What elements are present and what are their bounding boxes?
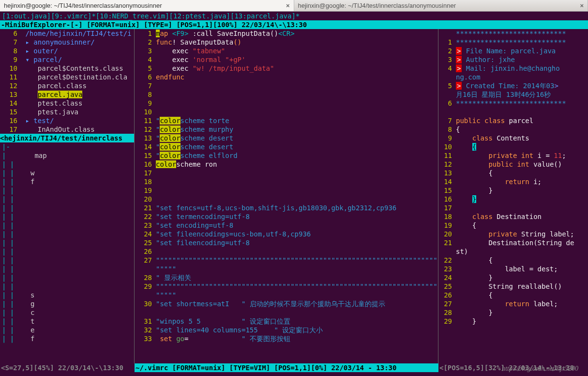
code-line[interactable]: 9 class Contents (438, 134, 588, 142)
code-line[interactable]: 月16日 星期日 13时46分16秒 (438, 90, 588, 99)
code-line[interactable]: 30"set shortmess=atI " 启动的时候不显示那个援助乌干达儿童… (135, 299, 438, 308)
code-line[interactable]: 3> Author: jxhe (438, 55, 588, 64)
code-line[interactable]: 28" 显示相关 (135, 273, 438, 282)
code-line[interactable]: 22"set termencoding=utf-8 (135, 212, 438, 221)
code-line[interactable]: 7public class parcel (438, 116, 588, 125)
taglist-item[interactable]: | | (0, 238, 134, 247)
minibuf-explorer-line[interactable]: [1:out.java][9:.vimrc]*[10:NERD_tree.vim… (0, 12, 588, 20)
taglist-item[interactable]: | | (0, 204, 134, 212)
code-line[interactable]: 8{ (438, 125, 588, 134)
code-line[interactable]: 20 private String label; (438, 230, 588, 238)
code-line[interactable]: 14"colorscheme desert (135, 142, 438, 151)
code-line[interactable]: 21 Destination(String de (438, 238, 588, 247)
code-line[interactable]: 31"winpos 5 5 " 设定窗口位置 (135, 317, 438, 326)
code-line[interactable]: 22 { (438, 256, 588, 265)
code-line[interactable]: 18 (135, 177, 438, 186)
nerdtree-pane[interactable]: 6 /home/hejinxin/TIJ4/test/i7 ▸ anonymou… (0, 29, 134, 134)
code-line[interactable]: 9 (135, 99, 438, 108)
taglist-item[interactable]: | | (0, 282, 134, 291)
tree-row[interactable]: 7 ▸ anonymousinner/ (0, 38, 134, 47)
close-icon[interactable]: × (286, 2, 290, 9)
code-line[interactable]: 17 (438, 204, 588, 212)
code-line[interactable] (438, 108, 588, 116)
code-line[interactable]: 27 return label; (438, 299, 588, 308)
taglist-item[interactable]: | | w (0, 169, 134, 177)
taglist-item[interactable]: | | f (0, 334, 134, 343)
code-line[interactable]: 23"set encoding=utf-8 (135, 221, 438, 230)
code-line[interactable]: 1map <F9> :call SaveInputData()<CR> (135, 29, 438, 38)
taglist-item[interactable]: | | (0, 256, 134, 265)
code-line[interactable]: 11 private int i = 11; (438, 151, 588, 160)
code-line[interactable]: *************************** (438, 29, 588, 38)
code-line[interactable]: 1*************************** (438, 38, 588, 47)
code-line[interactable]: 5 exec "w! /tmp/input_data" (135, 64, 438, 73)
code-line[interactable]: 8 (135, 90, 438, 99)
tree-row[interactable]: 9 ▾ parcel/ (0, 55, 134, 64)
code-line[interactable]: 4> Mail: jinxin.he@changho (438, 64, 588, 73)
tree-row[interactable]: 8 ▸ outer/ (0, 47, 134, 55)
close-icon[interactable]: × (580, 2, 584, 9)
code-line[interactable]: 3 exec "tabnew" (135, 47, 438, 55)
code-line[interactable]: 18 class Destination (438, 212, 588, 221)
taglist-item[interactable]: | | (0, 160, 134, 169)
tree-row[interactable]: 14 ptest.class (0, 99, 134, 108)
taglist-item[interactable]: | | c (0, 308, 134, 317)
code-line[interactable]: 29""""""""""""""""""""""""""""""""""""""… (135, 282, 438, 291)
taglist-item[interactable]: | | (0, 230, 134, 238)
code-line[interactable]: 13"colorscheme desert (135, 134, 438, 142)
code-line[interactable]: 23 label = dest; (438, 265, 588, 273)
taglist-item[interactable]: | | t (0, 317, 134, 326)
taglist-item[interactable]: | | (0, 212, 134, 221)
code-line[interactable]: 12 public int value() (438, 160, 588, 169)
tree-row[interactable]: 17 InAndOut.class (0, 125, 134, 134)
taglist-item[interactable]: | | f (0, 177, 134, 186)
code-line[interactable]: 17 (135, 169, 438, 177)
taglist-item[interactable]: | | (0, 186, 134, 195)
code-line[interactable]: 13 { (438, 169, 588, 177)
code-line[interactable]: 10 (135, 108, 438, 116)
code-line[interactable]: 16colorscheme ron (135, 160, 438, 169)
code-line[interactable]: 6endfunc (135, 73, 438, 81)
code-line[interactable]: 26 (135, 247, 438, 256)
taglist-item[interactable]: | | e (0, 326, 134, 334)
taglist-item[interactable]: | | g (0, 299, 134, 308)
terminal-body[interactable]: [1:out.java][9:.vimrc]*[10:NERD_tree.vim… (0, 12, 588, 376)
tree-row[interactable]: 12 parcel.class (0, 81, 134, 90)
code-line[interactable]: 2> File Name: parcel.java (438, 47, 588, 55)
code-line[interactable]: 25"set fileencoding=utf-8 (135, 238, 438, 247)
code-line[interactable]: 24 } (438, 273, 588, 282)
code-line[interactable]: 19 (135, 186, 438, 195)
vimrc-pane[interactable]: 1map <F9> :call SaveInputData()<CR>2func… (135, 29, 438, 363)
code-line[interactable]: 2func! SaveInputData() (135, 38, 438, 47)
taglist-pane[interactable]: |-| map| | | | w| | f| | | | | | | | | |… (0, 142, 134, 343)
taglist-item[interactable]: | | (0, 247, 134, 256)
tree-row[interactable]: 15 ptest.java (0, 108, 134, 116)
code-line[interactable]: 24"set fileencodings=ucs-bom,utf-8,cp936 (135, 230, 438, 238)
code-line[interactable]: 21"set fencs=utf-8,ucs-bom,shift-jis,gb1… (135, 204, 438, 212)
taglist-item[interactable]: | | (0, 195, 134, 204)
code-line[interactable]: 12"colorscheme murphy (135, 125, 438, 134)
code-line[interactable]: ng.com (438, 73, 588, 81)
code-line[interactable]: 10 { (438, 142, 588, 151)
code-line[interactable] (135, 308, 438, 317)
code-line[interactable]: 28 } (438, 308, 588, 317)
taglist-item[interactable]: | | (0, 221, 134, 230)
tree-row[interactable]: 13 parcel.java (0, 90, 134, 99)
code-line[interactable]: 6*************************** (438, 99, 588, 108)
code-line[interactable]: """"" (135, 265, 438, 273)
code-line[interactable]: 7 (135, 81, 438, 90)
code-line[interactable]: 33 set go= " 不要图形按钮 (135, 334, 438, 343)
tree-row[interactable]: 6 /home/hejinxin/TIJ4/test/i (0, 29, 134, 38)
code-line[interactable]: 11"colorscheme torte (135, 116, 438, 125)
tree-row[interactable]: 16 ▸ test/ (0, 116, 134, 125)
code-line[interactable]: 14 return i; (438, 177, 588, 186)
code-line[interactable]: """"" (135, 291, 438, 299)
code-line[interactable]: 15 } (438, 186, 588, 195)
code-line[interactable]: 20 (135, 195, 438, 204)
code-line[interactable]: 25 String reallabel() (438, 282, 588, 291)
taglist-item[interactable]: | | (0, 273, 134, 282)
code-line[interactable]: st) (438, 247, 588, 256)
code-line[interactable]: 4 exec 'normal "+gP' (135, 55, 438, 64)
taglist-item[interactable]: | | (0, 265, 134, 273)
taglist-item[interactable]: | | s (0, 291, 134, 299)
